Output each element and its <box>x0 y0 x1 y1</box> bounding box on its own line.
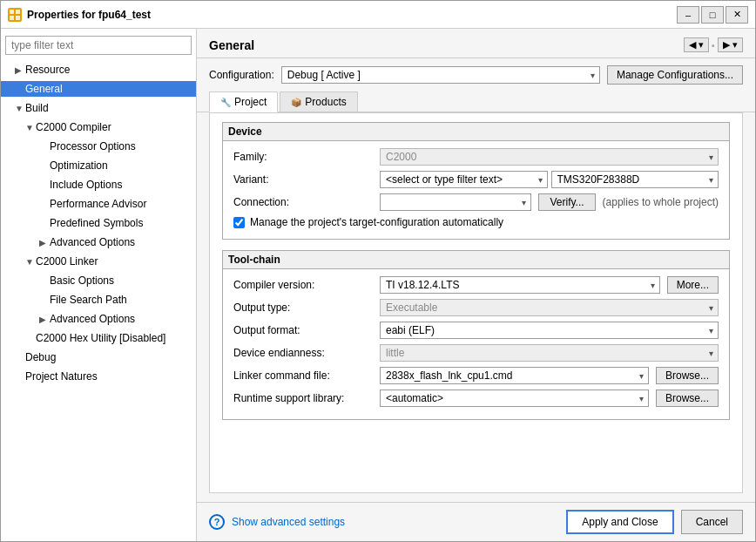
linker-cmd-label: Linker command file: <box>233 369 373 382</box>
output-type-select[interactable]: Executable <box>380 299 719 316</box>
sidebar-item-label: Advanced Options <box>50 236 135 248</box>
tree-item-c2000-compiler: ▼ C2000 Compiler <box>1 118 196 137</box>
sidebar-item-label: Build <box>25 102 49 114</box>
sidebar-item-include-options[interactable]: Include Options <box>1 177 196 193</box>
variant-select2[interactable]: TMS320F28388D <box>551 171 719 188</box>
cancel-button[interactable]: Cancel <box>681 510 743 534</box>
close-button[interactable]: ✕ <box>726 6 748 24</box>
tree-item-optimization: Optimization <box>1 156 196 175</box>
tree-item-include-options: Include Options <box>1 175 196 194</box>
sidebar-item-file-search-path[interactable]: File Search Path <box>1 292 196 308</box>
minimize-button[interactable]: – <box>677 6 699 24</box>
device-endianness-select-wrapper: little <box>380 344 719 362</box>
output-type-label: Output type: <box>233 301 373 314</box>
configuration-row: Configuration: Debug [ Active ] Manage C… <box>197 58 755 91</box>
sidebar-item-label: Processor Options <box>50 140 136 152</box>
tree-item-advanced-options-linker: ▶ Advanced Options <box>1 309 196 329</box>
sidebar-item-c2000-linker[interactable]: ▼ C2000 Linker <box>1 254 196 269</box>
sidebar-item-optimization[interactable]: Optimization <box>1 158 196 173</box>
sidebar-item-label: C2000 Hex Utility [Disabled] <box>36 332 165 344</box>
bottom-left: ? Show advanced settings <box>209 514 345 530</box>
window-controls: – □ ✕ <box>677 6 748 24</box>
expand-icon <box>39 295 50 305</box>
tree-item-general: General <box>1 79 196 98</box>
tab-products-label: Products <box>305 96 346 108</box>
sidebar-item-build[interactable]: ▼ Build <box>1 100 196 116</box>
runtime-lib-select[interactable]: <automatic> <box>380 390 649 407</box>
tab-products[interactable]: 📦 Products <box>280 91 357 112</box>
variant-select1-wrapper: <select or type filter text> <box>380 171 548 188</box>
tree-item-performance-advisor: Performance Advisor <box>1 194 196 213</box>
compiler-version-select[interactable]: TI v18.12.4.LTS <box>380 276 660 294</box>
applies-text: (applies to whole project) <box>603 196 719 208</box>
nav-separator: ▪ <box>711 40 716 51</box>
tree-item-c2000-linker: ▼ C2000 Linker <box>1 252 196 271</box>
config-select[interactable]: Debug [ Active ] <box>281 66 600 84</box>
sidebar-item-label: C2000 Compiler <box>36 121 111 133</box>
family-label: Family: <box>233 151 373 163</box>
linker-cmd-row: Linker command file: 2838x_flash_lnk_cpu… <box>233 367 719 384</box>
linker-cmd-select[interactable]: 2838x_flash_lnk_cpu1.cmd <box>380 367 649 384</box>
back-button[interactable]: ◀ ▾ <box>684 37 709 52</box>
sidebar-item-label: Include Options <box>50 179 122 191</box>
connection-select[interactable] <box>380 193 531 211</box>
forward-button[interactable]: ▶ ▾ <box>718 37 743 52</box>
sidebar-item-general[interactable]: General <box>1 81 196 97</box>
runtime-lib-row: Runtime support library: <automatic> Bro… <box>233 390 719 407</box>
toolchain-section: Tool-chain Compiler version: TI v18.12.4… <box>222 250 730 420</box>
tree-item-debug: Debug <box>1 348 196 367</box>
svg-rect-2 <box>10 16 14 20</box>
device-section: Device Family: C2000 <box>222 122 730 240</box>
output-format-select-wrapper: eabi (ELF) <box>380 322 719 339</box>
expand-icon <box>39 276 50 286</box>
variant-select1[interactable]: <select or type filter text> <box>380 171 548 188</box>
tab-project-label: Project <box>234 96 267 108</box>
auto-manage-checkbox[interactable] <box>233 217 245 228</box>
verify-button[interactable]: Verify... <box>538 193 595 211</box>
bottom-bar: ? Show advanced settings Apply and Close… <box>197 502 755 541</box>
bottom-right: Apply and Close Cancel <box>566 510 743 534</box>
family-select[interactable]: C2000 <box>380 148 719 166</box>
expand-icon: ▼ <box>25 257 36 267</box>
sidebar-item-label: File Search Path <box>50 294 127 306</box>
sidebar-item-label: C2000 Linker <box>36 255 98 268</box>
auto-manage-label[interactable]: Manage the project's target-configuratio… <box>250 216 503 228</box>
sidebar-item-advanced-options-compiler[interactable]: ▶ Advanced Options <box>1 234 196 250</box>
sidebar-item-predefined-symbols[interactable]: Predefined Symbols <box>1 215 196 231</box>
apply-and-close-button[interactable]: Apply and Close <box>566 510 673 534</box>
sidebar-item-performance-advisor[interactable]: Performance Advisor <box>1 196 196 212</box>
expand-icon <box>39 142 50 152</box>
expand-icon <box>39 180 50 190</box>
variant-selects: <select or type filter text> TMS320F2838… <box>380 171 719 188</box>
show-advanced-settings-link[interactable]: Show advanced settings <box>232 516 345 528</box>
sidebar-item-c2000-compiler[interactable]: ▼ C2000 Compiler <box>1 119 196 135</box>
output-type-select-wrapper: Executable <box>380 299 719 316</box>
help-icon[interactable]: ? <box>209 514 225 530</box>
more-button[interactable]: More... <box>667 276 719 294</box>
device-section-body: Family: C2000 Variant: <box>223 141 729 239</box>
svg-rect-3 <box>16 16 20 20</box>
filter-input[interactable] <box>5 36 192 55</box>
project-tab-icon: 🔧 <box>220 98 231 107</box>
content-area: ▶ Resource General ▼ Build ▼ C20 <box>1 29 755 541</box>
sidebar-item-basic-options[interactable]: Basic Options <box>1 273 196 288</box>
toolchain-section-body: Compiler version: TI v18.12.4.LTS More..… <box>223 269 729 419</box>
tab-project[interactable]: 🔧 Project <box>209 91 278 112</box>
sidebar-item-resource[interactable]: ▶ Resource <box>1 62 196 78</box>
toolchain-section-title: Tool-chain <box>223 251 729 269</box>
sidebar-item-debug[interactable]: Debug <box>1 349 196 365</box>
main-header: General ◀ ▾ ▪ ▶ ▾ <box>197 29 755 58</box>
sidebar-item-project-natures[interactable]: Project Natures <box>1 369 196 384</box>
variant-select2-wrapper: TMS320F28388D <box>551 171 719 188</box>
sidebar-item-c2000-hex[interactable]: C2000 Hex Utility [Disabled] <box>1 330 196 346</box>
tree-item-project-natures: Project Natures <box>1 367 196 386</box>
linker-cmd-browse-button[interactable]: Browse... <box>656 367 719 384</box>
manage-configurations-button[interactable]: Manage Configurations... <box>607 65 743 85</box>
output-format-select[interactable]: eabi (ELF) <box>380 322 719 339</box>
maximize-button[interactable]: □ <box>701 6 724 24</box>
runtime-lib-browse-button[interactable]: Browse... <box>656 390 719 407</box>
sidebar-item-advanced-options-linker[interactable]: ▶ Advanced Options <box>1 311 196 327</box>
sidebar: ▶ Resource General ▼ Build ▼ C20 <box>1 29 197 541</box>
sidebar-item-processor-options[interactable]: Processor Options <box>1 139 196 154</box>
device-endianness-select[interactable]: little <box>380 344 719 362</box>
